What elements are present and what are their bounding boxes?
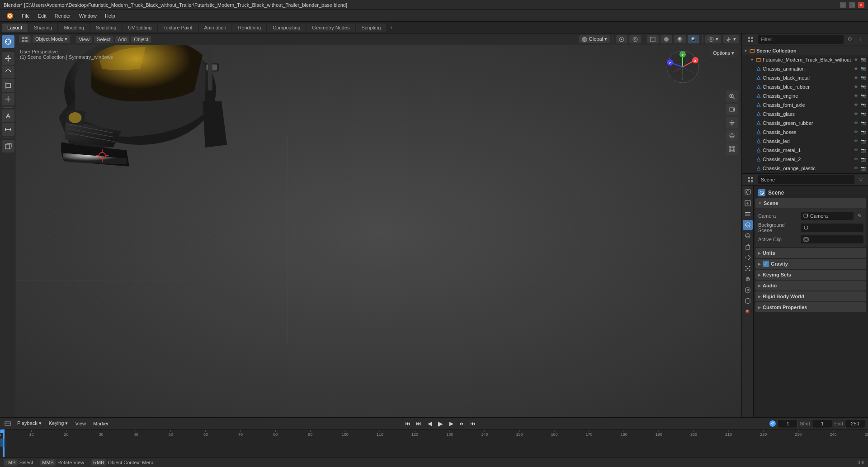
add-menu-button[interactable]: Add: [115, 36, 130, 43]
constraints-props-button[interactable]: [743, 285, 753, 295]
render-props-button[interactable]: [743, 187, 753, 197]
outliner-item[interactable]: Chassis_hoses 👁 📷: [742, 128, 868, 137]
item-visibility-button[interactable]: 👁: [853, 66, 859, 72]
annotate-tool-button[interactable]: [2, 110, 14, 122]
tab-modeling[interactable]: Modeling: [58, 24, 90, 32]
orbit-view-button[interactable]: [726, 130, 738, 142]
outliner-type-icon[interactable]: [745, 33, 756, 45]
tab-layout[interactable]: Layout: [2, 24, 28, 32]
item-visibility-button[interactable]: 👁: [853, 93, 859, 99]
playback-menu-button[interactable]: Playback ▾: [14, 419, 44, 427]
object-props-button[interactable]: [743, 242, 753, 252]
start-frame-input[interactable]: 1: [812, 419, 832, 428]
play-button[interactable]: ▶: [435, 419, 445, 429]
item-render-button[interactable]: 📷: [860, 102, 866, 108]
outliner-item[interactable]: Chassis_metal_2 👁 📷: [742, 155, 868, 164]
item-visibility-button[interactable]: 👁: [853, 156, 859, 162]
item-visibility-button[interactable]: 👁: [853, 165, 859, 172]
global-transform-button[interactable]: Global ▾: [579, 35, 610, 43]
tab-animation[interactable]: Animation: [199, 24, 232, 32]
timeline-ruler[interactable]: 1102030405060708090100110120130140150160…: [0, 429, 868, 457]
camera-view-button[interactable]: [726, 104, 738, 115]
physics-props-button[interactable]: [743, 274, 753, 284]
tab-texture-paint[interactable]: Texture Paint: [158, 24, 198, 32]
cursor-tool-button[interactable]: [2, 35, 14, 48]
scale-tool-button[interactable]: [2, 79, 14, 92]
menu-file[interactable]: File: [18, 12, 33, 19]
item-render-button[interactable]: 📷: [860, 93, 866, 99]
item-render-button[interactable]: 📷: [860, 111, 866, 117]
active-clip-value[interactable]: [801, 235, 863, 243]
menu-edit[interactable]: Edit: [34, 12, 50, 19]
item-render-button[interactable]: 📷: [860, 147, 866, 153]
viewport-shading-material[interactable]: [674, 35, 686, 43]
tab-scripting[interactable]: Scripting: [356, 24, 386, 32]
outliner-item[interactable]: Chassis_animation 👁 📷: [742, 64, 868, 73]
camera-edit-button[interactable]: ✎: [855, 212, 863, 220]
jump-next-keyframe-button[interactable]: ⏭: [457, 419, 467, 429]
outliner-item[interactable]: Chassis_orange_plastic 👁 📷: [742, 164, 868, 173]
keying-sets-section-header[interactable]: Keying Sets: [755, 270, 866, 280]
item-visibility-button[interactable]: 👁: [853, 129, 859, 135]
output-props-button[interactable]: [743, 198, 753, 208]
outliner-item[interactable]: Chassis_fornt_axle 👁 📷: [742, 100, 868, 110]
item-render-button[interactable]: 📷: [860, 129, 866, 135]
current-frame-input[interactable]: 1: [778, 419, 798, 428]
units-section-header[interactable]: Units: [755, 248, 866, 258]
viewport-3d[interactable]: User Perspective (1) Scene Collection | …: [16, 45, 741, 417]
view-menu-timeline-button[interactable]: View: [72, 420, 89, 427]
move-tool-button[interactable]: [2, 52, 14, 65]
scene-props-button[interactable]: [743, 220, 753, 230]
frame-selected-button[interactable]: [726, 143, 738, 155]
outliner-filter-button[interactable]: ⚙: [845, 35, 854, 44]
item-render-button[interactable]: 📷: [860, 156, 866, 162]
rotate-tool-button[interactable]: [2, 66, 14, 78]
world-props-button[interactable]: [743, 231, 753, 241]
item-render-button[interactable]: 📷: [860, 57, 866, 63]
outliner-item[interactable]: Chassis_blue_rubber 👁 📷: [742, 82, 868, 91]
rigid-body-world-section-header[interactable]: Rigid Body World: [755, 291, 866, 301]
keying-menu-button[interactable]: Keying ▾: [46, 419, 71, 427]
viewport-shading-wire[interactable]: [647, 35, 659, 43]
outliner-search-input[interactable]: [758, 35, 844, 44]
outliner-item[interactable]: Chassis_black_metal 👁 📷: [742, 73, 868, 82]
navigation-gizmo[interactable]: X Y Z: [665, 49, 701, 86]
maximize-button[interactable]: □: [849, 2, 855, 8]
object-menu-button[interactable]: Object: [131, 36, 151, 43]
jump-to-end-button[interactable]: ⏮: [468, 419, 478, 429]
item-visibility-button[interactable]: 👁: [853, 84, 859, 90]
view-menu-button[interactable]: View: [76, 36, 92, 43]
outliner-sort-button[interactable]: ↕: [856, 35, 865, 44]
minimize-button[interactable]: −: [840, 2, 846, 8]
measure-tool-button[interactable]: [2, 123, 14, 136]
item-visibility-button[interactable]: 👁: [853, 111, 859, 117]
item-visibility-button[interactable]: 👁: [853, 75, 859, 81]
next-frame-button[interactable]: ▶: [446, 419, 456, 429]
show-overlays-button[interactable]: ▾: [705, 35, 721, 43]
transform-tool-button[interactable]: [2, 93, 14, 105]
menu-window[interactable]: Window: [75, 12, 100, 19]
menu-help[interactable]: Help: [101, 12, 119, 19]
tab-compositing[interactable]: Compositing: [267, 24, 306, 32]
particles-props-button[interactable]: [743, 263, 753, 273]
viewport-shading-rendered[interactable]: [688, 35, 699, 43]
outliner-item[interactable]: Chassis_metal_1 👁 📷: [742, 146, 868, 155]
viewport-shading-solid[interactable]: [660, 35, 672, 43]
pan-view-button[interactable]: [726, 117, 738, 129]
data-props-button[interactable]: [743, 296, 753, 306]
tab-sculpting[interactable]: Sculpting: [90, 24, 122, 32]
object-mode-button[interactable]: Object Mode ▾: [33, 35, 70, 43]
close-button[interactable]: ✕: [858, 2, 864, 8]
item-visibility-button[interactable]: 👁: [853, 138, 859, 144]
prev-frame-button[interactable]: ◀: [425, 419, 434, 429]
show-gizmos-button[interactable]: ▾: [723, 35, 739, 43]
add-cube-button[interactable]: [2, 140, 14, 152]
item-render-button[interactable]: 📷: [860, 84, 866, 90]
menu-blender[interactable]: [3, 11, 17, 20]
timeline-type-icon[interactable]: [3, 419, 13, 429]
outliner-item[interactable]: Chassis_engine 👁 📷: [742, 91, 868, 100]
jump-prev-keyframe-button[interactable]: ⏭: [414, 419, 424, 429]
audio-section-header[interactable]: Audio: [755, 281, 866, 291]
item-render-button[interactable]: 📷: [860, 138, 866, 144]
properties-filter-button[interactable]: ▽: [856, 175, 865, 184]
